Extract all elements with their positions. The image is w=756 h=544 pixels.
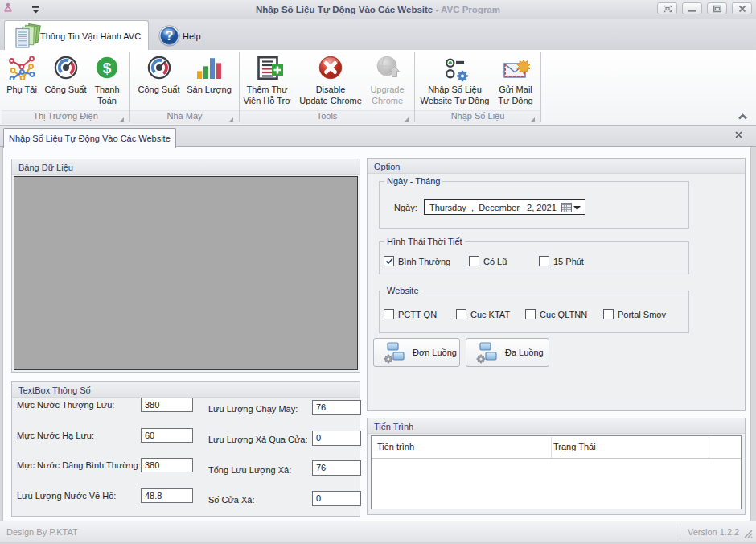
svg-text:$: $ — [103, 60, 112, 76]
svg-text:?: ? — [166, 29, 174, 43]
